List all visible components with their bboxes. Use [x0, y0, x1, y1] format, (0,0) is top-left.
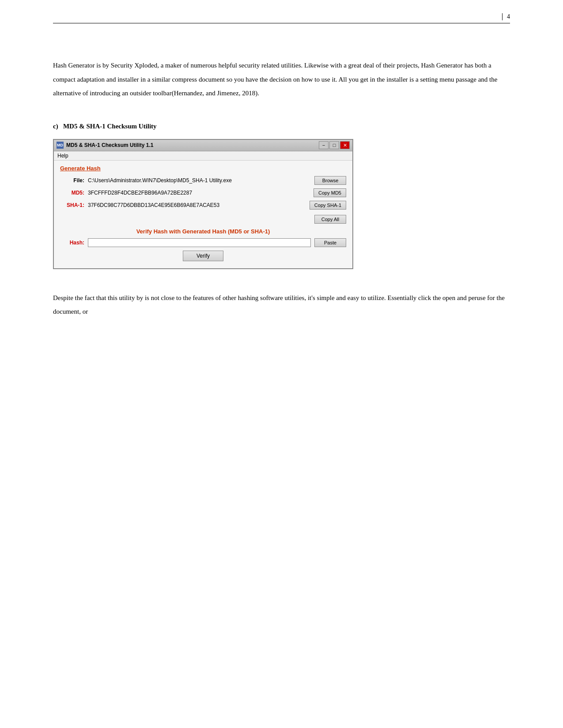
md5-label: MD5:: [60, 190, 84, 196]
verify-btn-row: Verify: [60, 251, 346, 261]
app-title-text: MD5 & SHA-1 Checksum Utility 1.1: [66, 142, 153, 148]
md5-row: MD5: 3FCFFFD28F4DCBE2FBB96A9A72BE2287 Co…: [60, 188, 346, 197]
copy-sha1-button[interactable]: Copy SHA-1: [310, 201, 346, 210]
page: 4 Hash Generator is by Security Xploded,…: [0, 0, 563, 728]
app-content: Generate Hash File: C:\Users\Administrat…: [54, 161, 352, 268]
section-title: MD5 & SHA-1 Checksum Utility: [63, 123, 157, 130]
hash-label: Hash:: [60, 240, 84, 246]
sha1-value: 37F6DC98C77D6DBBD13AC4E95E6B69A8E7ACAE53: [88, 202, 306, 208]
copy-all-button[interactable]: Copy All: [314, 215, 346, 224]
file-value: C:\Users\Administrator.WIN7\Desktop\MD5_…: [88, 177, 311, 184]
hash-input-field[interactable]: [88, 238, 311, 247]
copy-all-row: Copy All: [60, 213, 346, 224]
generate-hash-label: Generate Hash: [60, 165, 346, 172]
minimize-button[interactable]: −: [319, 141, 329, 149]
verify-section-label: Verify Hash with Generated Hash (MD5 or …: [60, 228, 346, 235]
section-label: c): [53, 123, 58, 130]
sha1-row: SHA-1: 37F6DC98C77D6DBBD13AC4E95E6B69A8E…: [60, 201, 346, 210]
app-menubar: Help: [54, 151, 352, 161]
app-window: MD MD5 & SHA-1 Checksum Utility 1.1 − □ …: [53, 139, 353, 269]
section-heading: c) MD5 & SHA-1 Checksum Utility: [53, 123, 510, 130]
md5-value: 3FCFFFD28F4DCBE2FBB96A9A72BE2287: [88, 190, 310, 196]
app-icon: MD: [57, 142, 64, 149]
page-header: 4: [53, 13, 510, 23]
body-text-1: Hash Generator is by Security Xploded, a…: [53, 59, 510, 101]
copy-md5-button[interactable]: Copy MD5: [314, 188, 346, 197]
file-label: File:: [60, 177, 84, 184]
restore-button[interactable]: □: [329, 141, 339, 149]
app-controls: − □ ✕: [319, 141, 350, 149]
app-icon-label: MD: [57, 143, 63, 147]
page-number: 4: [502, 13, 510, 20]
close-button[interactable]: ✕: [340, 141, 350, 149]
verify-button[interactable]: Verify: [183, 251, 223, 261]
browse-button[interactable]: Browse: [314, 176, 346, 185]
paragraph-2: Despite the fact that this utility by is…: [53, 291, 510, 319]
app-title-left: MD MD5 & SHA-1 Checksum Utility 1.1: [57, 142, 153, 149]
menu-help[interactable]: Help: [57, 153, 68, 159]
paste-button[interactable]: Paste: [314, 238, 346, 247]
app-titlebar: MD MD5 & SHA-1 Checksum Utility 1.1 − □ …: [54, 140, 352, 151]
sha1-label: SHA-1:: [60, 202, 84, 208]
body-text-2: Despite the fact that this utility by is…: [53, 291, 510, 319]
hash-row: Hash: Paste: [60, 238, 346, 247]
paragraph-1: Hash Generator is by Security Xploded, a…: [53, 59, 510, 101]
file-row: File: C:\Users\Administrator.WIN7\Deskto…: [60, 176, 346, 185]
